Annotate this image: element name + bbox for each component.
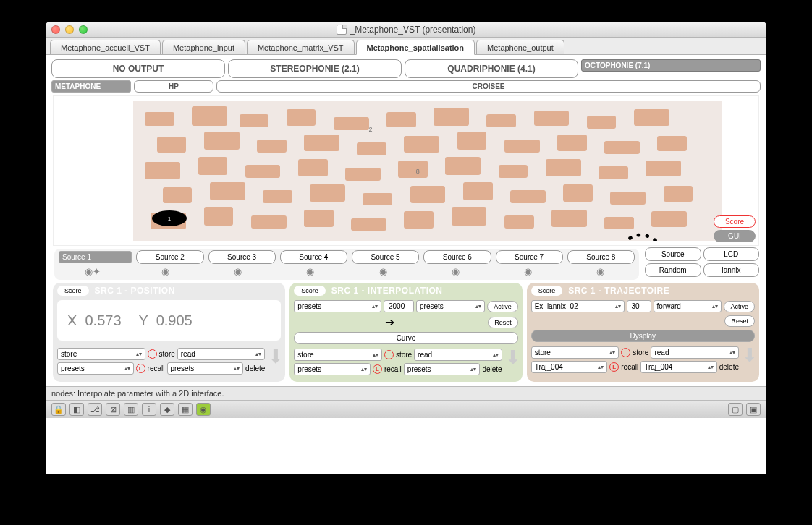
active-button[interactable]: Active bbox=[724, 301, 755, 312]
eye-icon[interactable]: ◉ bbox=[567, 266, 635, 277]
mode-source[interactable]: Source bbox=[645, 247, 701, 261]
presets-select[interactable]: presets▴▾ bbox=[294, 363, 371, 375]
down-arrow-icon[interactable]: ⬇ bbox=[505, 351, 518, 375]
eye-icon[interactable]: ◉✦ bbox=[59, 266, 127, 277]
window-icon[interactable]: ▣ bbox=[746, 403, 761, 416]
tool-icon[interactable]: ◆ bbox=[160, 403, 174, 416]
source-8[interactable]: Source 8 bbox=[567, 250, 635, 264]
store-select[interactable]: store▴▾ bbox=[531, 346, 619, 359]
app-window: _Metaphone_VST (presentation) Metaphone_… bbox=[46, 22, 766, 474]
marker-8: 8 bbox=[416, 168, 420, 175]
y-label: Y bbox=[139, 312, 148, 328]
eye-icon[interactable]: ◉ bbox=[204, 266, 272, 277]
score-label[interactable]: Score bbox=[57, 286, 89, 296]
output-quad[interactable]: QUADRIPHONIE (4.1) bbox=[405, 59, 578, 78]
read-select[interactable]: read▴▾ bbox=[414, 349, 502, 361]
read-select[interactable]: read▴▾ bbox=[177, 348, 266, 360]
eye-icon[interactable]: ◉ bbox=[421, 266, 489, 277]
tool-icon[interactable]: ⊠ bbox=[106, 403, 120, 416]
display-button[interactable]: Dysplay bbox=[531, 330, 755, 342]
tool-icon[interactable]: ⎇ bbox=[88, 403, 102, 416]
eye-icon[interactable]: ◉ bbox=[349, 266, 417, 277]
eye-icon[interactable]: ◉ bbox=[494, 266, 562, 277]
reset-button[interactable]: Reset bbox=[488, 317, 518, 328]
grid-icon[interactable]: ▦ bbox=[178, 403, 193, 416]
source-3[interactable]: Source 3 bbox=[208, 250, 276, 264]
store-text: store bbox=[396, 351, 412, 359]
down-arrow-icon[interactable]: ⬇ bbox=[268, 351, 281, 374]
reset-button[interactable]: Reset bbox=[724, 315, 755, 327]
layer-croisee[interactable]: CROISEE bbox=[216, 80, 761, 93]
delete-text[interactable]: delete bbox=[245, 364, 265, 372]
tool-icon[interactable]: ▥ bbox=[124, 403, 138, 416]
output-octo[interactable]: OCTOPHONIE (7.1) bbox=[581, 59, 761, 72]
window-icon[interactable]: ▢ bbox=[728, 403, 743, 416]
mode-random[interactable]: Random bbox=[645, 263, 701, 277]
delete-text[interactable]: delete bbox=[482, 365, 502, 373]
tab-spatialisation[interactable]: Metaphone_spatialisation bbox=[356, 40, 475, 55]
interp-time[interactable]: 2000 bbox=[384, 300, 414, 312]
info-icon[interactable]: i bbox=[142, 403, 156, 416]
traj-direction[interactable]: forward▴▾ bbox=[654, 300, 722, 312]
source-4[interactable]: Source 4 bbox=[280, 250, 347, 264]
record-icon[interactable] bbox=[384, 350, 394, 359]
source-1[interactable]: Source 1 bbox=[59, 251, 132, 263]
layer-metaphone[interactable]: METAPHONE bbox=[51, 80, 131, 93]
marker-2: 2 bbox=[369, 126, 373, 133]
active-button[interactable]: Active bbox=[487, 301, 518, 312]
mode-lcd[interactable]: LCD bbox=[703, 247, 760, 261]
presets2-select[interactable]: presets▴▾ bbox=[404, 363, 481, 375]
traj-select[interactable]: Traj_004▴▾ bbox=[531, 361, 608, 373]
score-label[interactable]: Score bbox=[294, 286, 326, 296]
presets2-select[interactable]: presets▴▾ bbox=[167, 362, 244, 375]
tab-output[interactable]: Metaphone_output bbox=[476, 40, 564, 54]
down-arrow-icon[interactable]: ⬇ bbox=[742, 349, 755, 372]
traj-speed[interactable]: 30 bbox=[627, 300, 651, 312]
output-mode-row: NO OUTPUT STEREOPHONIE (2.1) QUADRIPHONI… bbox=[51, 59, 761, 78]
mode-iannix[interactable]: Iannix bbox=[703, 263, 760, 277]
dsp-icon[interactable]: ◉ bbox=[196, 403, 211, 416]
source-6[interactable]: Source 6 bbox=[423, 250, 491, 264]
recall-icon[interactable]: L bbox=[136, 364, 145, 373]
tab-matrix[interactable]: Metaphone_matrix_VST bbox=[247, 40, 355, 54]
panel-title: SRC 1 - POSITION bbox=[95, 286, 282, 296]
spatial-viz[interactable]: 2 8 1 Score GUI bbox=[53, 95, 759, 246]
traj2-select[interactable]: Traj_004▴▾ bbox=[640, 361, 717, 373]
panel-title: SRC 1 - INTERPOLATION bbox=[331, 286, 518, 296]
read-select[interactable]: read▴▾ bbox=[651, 346, 739, 359]
score-label[interactable]: Score bbox=[531, 286, 563, 296]
source-node[interactable]: 1 bbox=[152, 210, 187, 226]
eye-icon[interactable]: ◉ bbox=[276, 266, 344, 277]
source-5[interactable]: Source 5 bbox=[352, 250, 419, 264]
tab-input[interactable]: Metaphone_input bbox=[162, 40, 245, 54]
recall-icon[interactable]: L bbox=[373, 364, 382, 374]
viz-gui-button[interactable]: GUI bbox=[714, 230, 756, 242]
store-select[interactable]: store▴▾ bbox=[57, 348, 145, 360]
record-icon[interactable] bbox=[621, 348, 630, 357]
panel-title: SRC 1 - TRAJECTOIRE bbox=[568, 286, 755, 296]
curve-button[interactable]: Curve bbox=[294, 332, 517, 344]
traj-file[interactable]: Ex_iannix_02▴▾ bbox=[531, 300, 625, 312]
source-2[interactable]: Source 2 bbox=[136, 250, 203, 264]
source-node-label: 1 bbox=[168, 215, 171, 222]
presets-select[interactable]: presets▴▾ bbox=[57, 362, 134, 375]
tab-accueil[interactable]: Metaphone_accueil_VST bbox=[50, 40, 161, 54]
recall-icon[interactable]: L bbox=[609, 362, 619, 372]
layer-hp[interactable]: HP bbox=[134, 80, 213, 93]
store-select[interactable]: store▴▾ bbox=[294, 349, 382, 361]
output-stereo[interactable]: STEREOPHONIE (2.1) bbox=[228, 59, 402, 78]
lock-icon[interactable]: 🔒 bbox=[51, 403, 66, 416]
interp-presets-a[interactable]: presets▴▾ bbox=[294, 300, 381, 312]
source-7[interactable]: Source 7 bbox=[496, 250, 563, 264]
tool-icon[interactable]: ◧ bbox=[69, 403, 84, 416]
record-icon[interactable] bbox=[148, 349, 157, 359]
status-bar: nodes: Interpolate parameter with a 2D i… bbox=[46, 386, 766, 400]
titlebar: _Metaphone_VST (presentation) bbox=[46, 22, 766, 38]
interp-presets-b[interactable]: presets▴▾ bbox=[416, 300, 485, 312]
recall-text: recall bbox=[148, 364, 165, 372]
output-none[interactable]: NO OUTPUT bbox=[51, 59, 225, 78]
delete-text[interactable]: delete bbox=[719, 363, 739, 371]
document-icon bbox=[337, 25, 347, 35]
viz-score-button[interactable]: Score bbox=[714, 215, 756, 228]
eye-icon[interactable]: ◉ bbox=[131, 266, 199, 277]
